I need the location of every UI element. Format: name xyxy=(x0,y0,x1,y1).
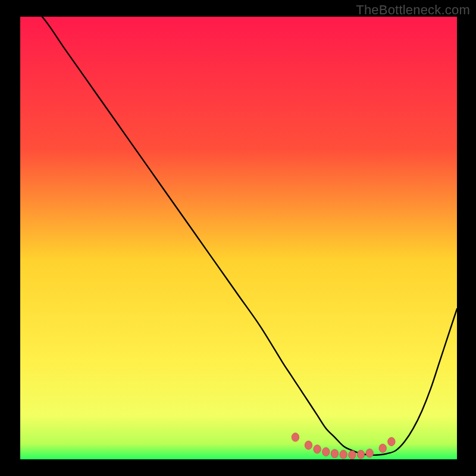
chart-plot-area xyxy=(20,17,457,459)
marker-dot xyxy=(388,437,395,446)
chart-svg xyxy=(20,17,457,459)
marker-dot xyxy=(314,445,321,453)
marker-dot xyxy=(340,450,347,459)
marker-dot xyxy=(366,449,373,457)
marker-dot xyxy=(349,450,356,459)
marker-dot xyxy=(292,433,299,441)
marker-dot xyxy=(322,447,330,456)
marker-dot xyxy=(305,441,312,449)
gradient-background xyxy=(20,17,457,459)
marker-dot xyxy=(331,449,338,458)
marker-dot xyxy=(357,450,364,459)
marker-dot xyxy=(379,444,386,452)
attribution-text: TheBottleneck.com xyxy=(356,2,470,18)
